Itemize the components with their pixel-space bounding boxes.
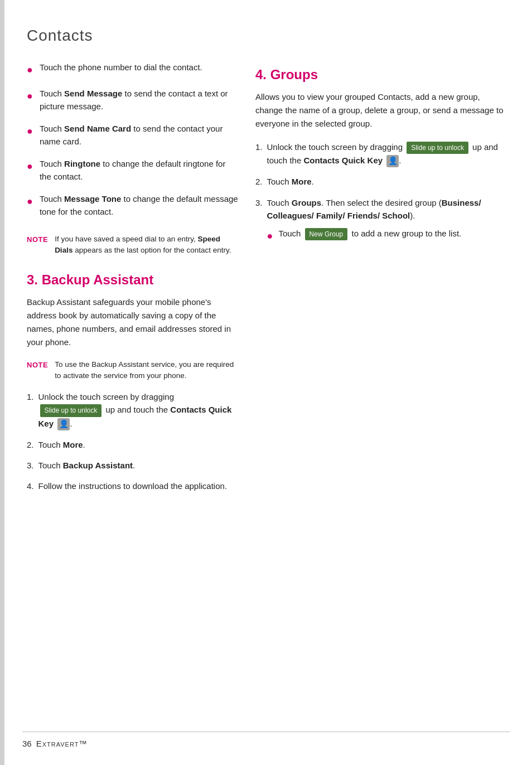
list-item: ● Touch Send Name Card to send the conta… — [27, 123, 239, 148]
bullet-dot: ● — [27, 124, 33, 139]
left-bar — [0, 0, 4, 765]
note-text-backup: To use the Backup Assistant service, you… — [55, 359, 239, 382]
step-number: 1. — [255, 141, 263, 153]
list-item: 1. Unlock the touch screen by dragging S… — [27, 390, 239, 430]
section4-steps: 1. Unlock the touch screen by dragging S… — [255, 141, 510, 249]
list-item: 4. Follow the instructions to download t… — [27, 480, 239, 492]
note-label-backup: NOTE — [27, 360, 48, 371]
slide-badge: Slide up to unlock — [40, 404, 102, 417]
note-block-speeddial: NOTE If you have saved a speed dial to a… — [27, 234, 239, 256]
footer-brand: Extravert™ — [36, 739, 88, 748]
slide-badge: Slide up to unlock — [407, 142, 468, 154]
contacts-icon — [386, 155, 399, 167]
note-label: NOTE — [27, 234, 48, 245]
bullet-text: Touch Send Name Card to send the contact… — [40, 123, 239, 148]
list-item: ● Touch New Group to add a new group to … — [267, 227, 510, 244]
step-text: Touch Backup Assistant. — [38, 459, 136, 472]
bullet-text: Touch Message Tone to change the default… — [40, 193, 239, 218]
step-number: 2. — [255, 175, 263, 188]
bullet-text: Touch Send Message to send the contact a… — [40, 88, 239, 113]
step-text: Unlock the touch screen by dragging Slid… — [267, 141, 510, 167]
step-text: Follow the instructions to download the … — [38, 480, 228, 492]
section3-heading: 3. Backup Assistant — [27, 272, 239, 288]
new-group-badge: New Group — [305, 228, 348, 240]
list-item: 3. Touch Backup Assistant. — [27, 459, 239, 472]
list-item: ● Touch Ringtone to change the default r… — [27, 158, 239, 183]
note-block-backup: NOTE To use the Backup Assistant service… — [27, 359, 239, 382]
list-item: ● Touch the phone number to dial the con… — [27, 61, 239, 78]
footer-page-number: 36 — [22, 739, 32, 748]
contacts-bullet-list: ● Touch the phone number to dial the con… — [27, 61, 239, 218]
left-column: ● Touch the phone number to dial the con… — [27, 61, 239, 501]
bullet-dot: ● — [27, 159, 33, 174]
right-column: 4. Groups Allows you to view your groupe… — [255, 61, 510, 501]
step-text: Touch More. — [38, 438, 85, 451]
bullet-dot: ● — [27, 89, 33, 104]
section3-steps: 1. Unlock the touch screen by dragging S… — [27, 390, 239, 492]
bullet-dot: ● — [27, 62, 33, 78]
bullet-text: Touch New Group to add a new group to th… — [278, 227, 461, 240]
footer: 36 Extravert™ — [22, 732, 510, 748]
list-item: 2. Touch More. — [255, 175, 510, 188]
bullet-text: Touch Ringtone to change the default rin… — [40, 158, 239, 183]
step-number: 4. — [27, 480, 34, 492]
section4-body: Allows you to view your grouped Contacts… — [255, 90, 510, 130]
list-item: 1. Unlock the touch screen by dragging S… — [255, 141, 510, 167]
step-number: 3. — [27, 459, 34, 472]
section4-heading: 4. Groups — [255, 67, 510, 83]
list-item: 3. Touch Groups. Then select the desired… — [255, 196, 510, 250]
step-number: 1. — [27, 390, 34, 403]
content-wrapper: ● Touch the phone number to dial the con… — [27, 61, 510, 501]
step-text: Touch More. — [267, 175, 314, 188]
list-item: ● Touch Send Message to send the contact… — [27, 88, 239, 113]
step-text: Unlock the touch screen by dragging Slid… — [38, 390, 239, 430]
page: Contacts ● Touch the phone number to dia… — [0, 0, 532, 765]
contacts-icon — [57, 418, 70, 430]
section3-body: Backup Assistant safeguards your mobile … — [27, 296, 239, 349]
step-text: Touch Groups. Then select the desired gr… — [267, 198, 481, 220]
list-item: ● Touch Message Tone to change the defau… — [27, 193, 239, 218]
list-item: 2. Touch More. — [27, 438, 239, 451]
bullet-text: Touch the phone number to dial the conta… — [40, 61, 202, 74]
groups-sub-list: ● Touch New Group to add a new group to … — [267, 227, 510, 244]
page-title: Contacts — [27, 17, 510, 45]
note-text: If you have saved a speed dial to an ent… — [55, 234, 239, 256]
bullet-dot: ● — [27, 194, 33, 209]
step-number: 3. — [255, 196, 263, 209]
bullet-dot: ● — [267, 229, 273, 244]
step-number: 2. — [27, 438, 34, 451]
